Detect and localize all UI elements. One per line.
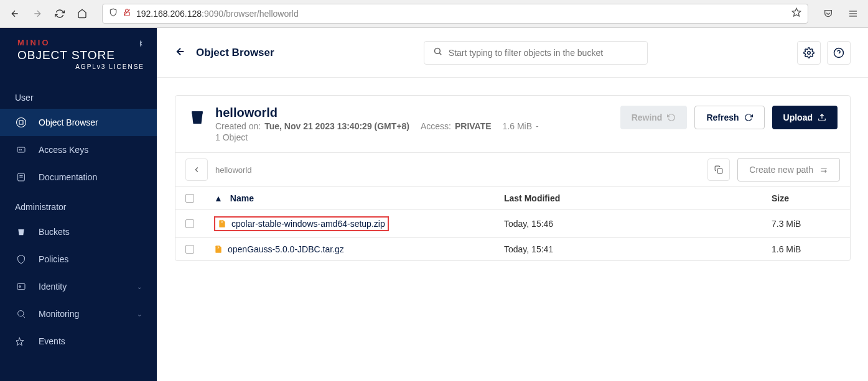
svg-point-7	[17, 118, 26, 127]
nav-reload-button[interactable]	[52, 6, 67, 21]
column-size[interactable]: Size	[772, 193, 840, 203]
search-box[interactable]	[424, 41, 648, 65]
svg-rect-31	[222, 222, 223, 223]
page-header: Object Browser	[157, 28, 868, 78]
archive-file-icon	[214, 244, 223, 254]
chevron-down-icon: ⌄	[137, 311, 142, 318]
section-admin: Administrator	[0, 196, 157, 218]
sidebar-item-access-keys[interactable]: Access Keys	[0, 136, 157, 163]
column-modified[interactable]: Last Modified	[504, 193, 772, 203]
settings-button[interactable]	[797, 41, 821, 65]
logo: MINIO OBJECT STORE AGPLv3 LICENSE	[0, 33, 157, 81]
svg-rect-33	[218, 246, 218, 247]
sidebar-item-label: Buckets	[39, 227, 70, 237]
sidebar-item-label: Access Keys	[39, 145, 88, 155]
column-name[interactable]: ▲ Name	[214, 193, 504, 203]
browser-toolbar: 192.168.206.128:9090/browser/helloworld	[0, 0, 868, 28]
upload-button[interactable]: Upload	[772, 106, 838, 129]
table-row[interactable]: cpolar-stable-windows-amd64-setup.zip To…	[175, 209, 850, 237]
monitoring-icon	[15, 308, 27, 320]
svg-rect-35	[218, 248, 218, 249]
table-header: ▲ Name Last Modified Size	[175, 186, 850, 209]
logo-minio: MINIO	[17, 38, 144, 47]
svg-rect-9	[17, 147, 25, 152]
back-button[interactable]	[175, 46, 187, 60]
nav-home-button[interactable]	[75, 6, 90, 21]
lock-slash-icon	[123, 8, 131, 19]
breadcrumb-row: helloworld Create new path	[175, 152, 850, 186]
sidebar-item-identity[interactable]: Identity ⌄	[0, 273, 157, 300]
documentation-icon	[15, 171, 27, 183]
create-new-path-button[interactable]: Create new path	[737, 158, 840, 181]
breadcrumb-back-button[interactable]	[185, 158, 208, 181]
svg-rect-34	[218, 247, 219, 248]
help-button[interactable]	[827, 41, 851, 65]
sidebar-item-label: Events	[39, 336, 65, 346]
refresh-button[interactable]: Refresh	[694, 106, 764, 129]
collapse-sidebar-button[interactable]	[138, 39, 147, 50]
sidebar-item-policies[interactable]: Policies	[0, 246, 157, 273]
highlighted-file: cpolar-stable-windows-amd64-setup.zip	[214, 216, 389, 231]
identity-icon	[15, 280, 27, 293]
file-name: openGauss-5.0.0-JDBC.tar.gz	[228, 244, 344, 254]
object-table: ▲ Name Last Modified Size	[175, 186, 850, 260]
sidebar-item-label: Policies	[39, 254, 68, 264]
file-modified: Today, 15:41	[504, 244, 772, 254]
search-icon	[433, 47, 442, 58]
logo-objectstore: OBJECT STORE	[17, 48, 144, 62]
buckets-icon	[15, 226, 27, 238]
sidebar-item-buckets[interactable]: Buckets	[0, 218, 157, 246]
svg-point-10	[19, 149, 20, 150]
sidebar-item-monitoring[interactable]: Monitoring ⌄	[0, 300, 157, 328]
svg-rect-30	[222, 221, 222, 221]
chevron-down-icon: ⌄	[137, 283, 142, 290]
file-name: cpolar-stable-windows-amd64-setup.zip	[231, 219, 385, 229]
bucket-panel: helloworld Created on: Tue, Nov 21 2023 …	[175, 95, 851, 261]
row-checkbox[interactable]	[185, 245, 194, 254]
sidebar: MINIO OBJECT STORE AGPLv3 LICENSE User O…	[0, 28, 157, 381]
svg-point-16	[19, 286, 21, 288]
svg-rect-15	[17, 283, 25, 289]
sidebar-item-events[interactable]: Events	[0, 328, 157, 355]
row-checkbox[interactable]	[185, 219, 194, 228]
sidebar-item-label: Documentation	[39, 172, 97, 182]
section-user: User	[0, 86, 157, 109]
nav-forward-button[interactable]	[30, 6, 45, 21]
svg-rect-8	[19, 121, 23, 124]
svg-rect-24	[192, 111, 203, 114]
bucket-icon	[188, 108, 207, 127]
breadcrumb-path[interactable]: helloworld	[215, 165, 700, 175]
archive-file-icon	[218, 219, 226, 229]
search-input[interactable]	[449, 48, 638, 58]
sidebar-item-documentation[interactable]: Documentation	[0, 163, 157, 191]
access-keys-icon	[15, 144, 27, 156]
main-content: Object Browser	[157, 28, 868, 381]
svg-point-21	[808, 51, 811, 54]
bucket-name: helloworld	[215, 106, 612, 120]
file-size: 7.3 MiB	[772, 219, 840, 229]
events-icon	[15, 335, 27, 347]
table-row[interactable]: openGauss-5.0.0-JDBC.tar.gz Today, 15:41…	[175, 237, 850, 260]
star-icon[interactable]	[791, 7, 801, 20]
svg-point-17	[18, 311, 24, 316]
sidebar-item-label: Identity	[39, 282, 67, 291]
url-bar[interactable]: 192.168.206.128:9090/browser/helloworld	[102, 4, 808, 24]
file-size: 1.6 MiB	[772, 244, 840, 254]
svg-point-19	[434, 48, 440, 54]
sidebar-item-label: Monitoring	[39, 309, 79, 319]
logo-license: AGPLv3 LICENSE	[17, 63, 144, 70]
page-title: Object Browser	[196, 47, 274, 59]
svg-point-11	[21, 149, 21, 150]
nav-back-button[interactable]	[7, 6, 22, 21]
shield-icon	[109, 8, 118, 19]
pocket-icon[interactable]	[821, 6, 836, 21]
select-all-checkbox[interactable]	[185, 194, 194, 203]
hamburger-icon[interactable]	[846, 6, 861, 21]
bucket-meta: Created on: Tue, Nov 21 2023 13:40:29 (G…	[215, 121, 612, 131]
file-modified: Today, 15:46	[504, 219, 772, 229]
copy-path-button[interactable]	[707, 158, 730, 181]
policies-icon	[15, 253, 27, 265]
sort-asc-icon: ▲	[214, 193, 223, 203]
svg-marker-2	[792, 8, 800, 16]
sidebar-item-object-browser[interactable]: Object Browser	[0, 109, 157, 136]
